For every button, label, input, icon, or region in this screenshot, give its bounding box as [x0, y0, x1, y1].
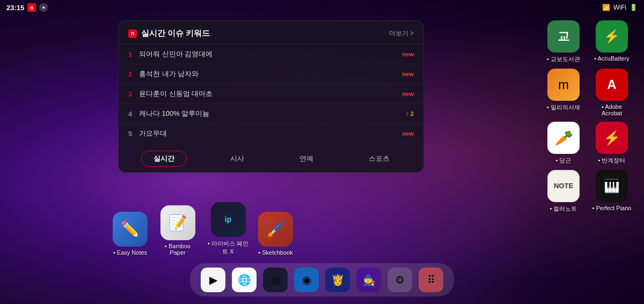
news-widget: n 실시간 이슈 키워드 더보기 > 1 되어줘 신민아 김영대에 new 2 …: [118, 20, 424, 173]
dock-icon-game2[interactable]: 🧙: [356, 268, 381, 292]
news-badge: new: [402, 51, 414, 57]
signal-icon: 📶: [602, 4, 610, 11]
news-item-left: 4 캐나다 100% 알루미늄: [128, 109, 209, 118]
app-label-millie: 밀리의서재: [547, 103, 580, 112]
news-item-left: 5 가요무대: [128, 129, 167, 138]
naver-icon: n: [27, 3, 36, 12]
main-app-row: ✏️ Easy Notes 📝 Bamboo Paper ip 아이비스 페인트…: [113, 202, 293, 256]
dock-icon-game1[interactable]: 👸: [325, 268, 350, 292]
app-label-colornote: 컬러노트: [550, 205, 577, 213]
app-label-kyobo: 교보도서관: [547, 55, 580, 63]
news-rank: 5: [128, 130, 135, 138]
status-right: 📶 WiFi 🔋: [602, 4, 638, 11]
app-item-danggeun[interactable]: 🥕 당근: [542, 122, 585, 165]
news-tab-시사[interactable]: 시사: [218, 151, 256, 166]
news-list: 1 되어줘 신민아 김영대에 new 2 홍석천 내가 남자와 new 3 윤다…: [119, 45, 423, 147]
news-header: n 실시간 이슈 키워드 더보기 >: [119, 28, 423, 45]
dock-icon-browser[interactable]: ◉: [294, 268, 319, 292]
news-text: 홍석천 내가 남자와: [139, 69, 199, 79]
app-label-piano: Perfect Piano: [592, 205, 632, 211]
dock-icon-chrome[interactable]: 🌐: [232, 268, 257, 292]
news-text: 되어줘 신민아 김영대에: [139, 49, 213, 59]
news-header-left: n 실시간 이슈 키워드: [128, 28, 210, 39]
news-tab-실시간[interactable]: 실시간: [141, 151, 187, 167]
app-item-kyobo[interactable]: 교 교보도서관: [542, 20, 585, 63]
app-label-banjang: 반계장터: [598, 157, 626, 165]
main-app-ibis[interactable]: ip 아이비스 페인트 X: [208, 202, 248, 256]
dock-icon-appgrid[interactable]: ⠿: [419, 268, 443, 292]
news-badge: ↑ 2: [406, 110, 414, 117]
app-label-accubattery: AccuBattery: [594, 55, 630, 62]
news-item[interactable]: 5 가요무대 new: [119, 124, 423, 143]
main-app-easynotes[interactable]: ✏️ Easy Notes: [113, 212, 148, 256]
app-label-danggeun: 당근: [556, 157, 572, 165]
app-label-acrobat: Adobe Acrobat: [591, 103, 632, 116]
news-badge: new: [402, 130, 414, 137]
news-title: 실시간 이슈 키워드: [141, 28, 210, 39]
status-left: 23:15 n ●: [6, 3, 48, 12]
app-item-accubattery[interactable]: ⚡ AccuBattery: [590, 20, 633, 63]
news-rank: 1: [128, 50, 135, 58]
news-text: 윤다훈이 신동엄 대마초: [139, 89, 213, 99]
news-more-button[interactable]: 더보기 >: [389, 29, 414, 38]
naver-news-icon: n: [128, 29, 137, 38]
dock-icon-settings[interactable]: ⚙: [387, 268, 412, 292]
time-display: 23:15: [6, 4, 24, 12]
app-item-acrobat[interactable]: A Adobe Acrobat: [590, 69, 633, 116]
news-text: 가요무대: [139, 129, 167, 138]
news-tabs: 실시간시사연예스포츠: [119, 147, 423, 168]
app-item-piano[interactable]: 🎹 Perfect Piano: [590, 170, 633, 213]
app-item-banjang[interactable]: ⚡ 반계장터: [590, 122, 633, 165]
news-badge: new: [402, 71, 414, 77]
app-item-colornote[interactable]: NOTE 컬러노트: [542, 170, 585, 213]
dock-icon-nova[interactable]: ◎: [263, 268, 288, 292]
notification-icon: ●: [39, 3, 48, 12]
main-app-sketchbook[interactable]: 🖌️ Sketchbook: [258, 212, 293, 256]
app-label-ibis: 아이비스 페인트 X: [208, 240, 248, 256]
news-item[interactable]: 3 윤다훈이 신동엄 대마초 new: [119, 84, 423, 104]
news-text: 캐나다 100% 알루미늄: [139, 109, 209, 118]
news-item-left: 1 되어줘 신민아 김영대에: [128, 49, 213, 59]
news-item[interactable]: 2 홍석천 내가 남자와 new: [119, 64, 423, 84]
news-tab-스포츠[interactable]: 스포츠: [357, 151, 401, 166]
news-item-left: 3 윤다훈이 신동엄 대마초: [128, 89, 213, 99]
app-label-bamboo: Bamboo Paper: [157, 243, 198, 256]
dock: ▶🌐◎◉👸🧙⚙⠿: [190, 263, 454, 296]
news-rank: 4: [128, 110, 135, 118]
news-rank: 2: [128, 70, 135, 78]
wifi-icon: WiFi: [613, 4, 626, 11]
right-app-grid: 교 교보도서관 ⚡ AccuBattery m 밀리의서재 A Adobe Ac…: [542, 20, 633, 213]
news-item-left: 2 홍석천 내가 남자와: [128, 69, 199, 79]
news-item[interactable]: 1 되어줘 신민아 김영대에 new: [119, 45, 423, 64]
dock-icon-play[interactable]: ▶: [201, 268, 225, 292]
news-rank: 3: [128, 90, 135, 98]
main-app-bamboo[interactable]: 📝 Bamboo Paper: [157, 205, 198, 256]
status-bar: 23:15 n ● 📶 WiFi 🔋: [0, 0, 644, 15]
app-label-easynotes: Easy Notes: [113, 249, 147, 256]
app-item-millie[interactable]: m 밀리의서재: [542, 69, 585, 116]
app-label-sketchbook: Sketchbook: [258, 249, 292, 256]
news-badge: new: [402, 91, 414, 97]
battery-icon: 🔋: [630, 4, 638, 11]
news-item[interactable]: 4 캐나다 100% 알루미늄 ↑ 2: [119, 104, 423, 124]
news-tab-연예[interactable]: 연예: [288, 151, 325, 166]
